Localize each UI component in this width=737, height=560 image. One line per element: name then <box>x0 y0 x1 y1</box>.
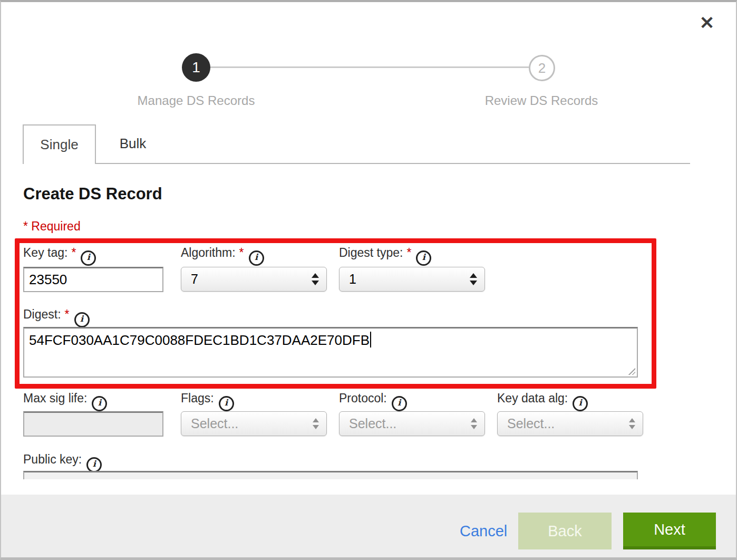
key-data-alg-label: Key data alg: <box>497 391 588 411</box>
step-2-label: Review DS Records <box>485 93 598 108</box>
cancel-link[interactable]: Cancel <box>460 523 507 540</box>
max-sig-life-label-text: Max sig life: <box>23 391 87 405</box>
required-note: * Required <box>23 219 81 234</box>
key-tag-label: Key tag:* <box>23 246 96 266</box>
tab-bulk[interactable]: Bulk <box>96 124 170 163</box>
info-icon[interactable] <box>81 250 96 266</box>
key-data-alg-select-value: Select... <box>507 416 629 431</box>
tab-single[interactable]: Single <box>23 124 96 164</box>
back-button[interactable]: Back <box>518 513 612 549</box>
select-arrows-icon <box>313 418 319 429</box>
max-sig-life-input[interactable] <box>23 411 163 437</box>
info-icon[interactable] <box>86 457 102 472</box>
resize-handle-icon[interactable] <box>627 367 635 375</box>
required-asterisk: * <box>65 307 70 321</box>
flags-select[interactable]: Select... <box>181 411 327 436</box>
algorithm-label-text: Algorithm: <box>181 246 236 259</box>
digest-value: 54FCF030AA1C79C0088FDEC1BD1C37DAA2E70DFB <box>29 332 370 348</box>
digest-type-label: Digest type:* <box>339 246 431 266</box>
public-key-label-text: Public key: <box>23 452 82 466</box>
create-ds-record-dialog: ✕ 1 2 Manage DS Records Review DS Record… <box>0 0 737 51</box>
key-tag-input[interactable]: 23550 <box>23 267 163 292</box>
info-icon[interactable] <box>416 250 431 266</box>
flags-label-text: Flags: <box>181 391 214 405</box>
stepper-connector <box>210 66 529 68</box>
key-tag-value: 23550 <box>29 272 67 288</box>
select-arrows-icon <box>470 273 477 285</box>
next-button[interactable]: Next <box>623 513 716 549</box>
required-asterisk: * <box>239 246 244 259</box>
key-tag-label-text: Key tag: <box>23 246 67 259</box>
info-icon[interactable] <box>92 396 107 411</box>
key-data-alg-label-text: Key data alg: <box>497 391 568 405</box>
algorithm-label: Algorithm:* <box>181 246 264 266</box>
step-1-label: Manage DS Records <box>138 93 255 108</box>
select-arrows-icon <box>629 418 635 429</box>
algorithm-select[interactable]: 7 <box>181 267 327 292</box>
protocol-select-value: Select... <box>349 416 471 431</box>
required-asterisk: * <box>71 246 76 259</box>
public-key-textarea[interactable] <box>23 471 638 479</box>
info-icon[interactable] <box>573 396 588 411</box>
select-arrows-icon <box>312 273 319 285</box>
flags-label: Flags: <box>181 391 234 411</box>
protocol-select[interactable]: Select... <box>339 411 485 436</box>
select-arrows-icon <box>471 418 477 429</box>
digest-textarea[interactable]: 54FCF030AA1C79C0088FDEC1BD1C37DAA2E70DFB <box>23 327 638 378</box>
protocol-label: Protocol: <box>339 391 407 411</box>
digest-label: Digest:* <box>23 307 90 327</box>
close-icon[interactable]: ✕ <box>695 11 719 35</box>
digest-label-text: Digest: <box>23 307 61 321</box>
info-icon[interactable] <box>219 396 234 411</box>
tab-bar-divider <box>95 163 690 164</box>
text-cursor <box>370 332 371 347</box>
digest-type-select-value: 1 <box>349 272 470 287</box>
flags-select-value: Select... <box>191 416 313 431</box>
digest-type-label-text: Digest type: <box>339 246 403 259</box>
page-title: Create DS Record <box>23 185 162 204</box>
max-sig-life-label: Max sig life: <box>23 391 107 411</box>
key-data-alg-select[interactable]: Select... <box>497 411 643 436</box>
protocol-label-text: Protocol: <box>339 391 387 405</box>
public-key-label: Public key: <box>23 452 102 472</box>
info-icon[interactable] <box>74 312 90 327</box>
info-icon[interactable] <box>392 396 407 411</box>
step-1-indicator: 1 <box>182 53 210 82</box>
info-icon[interactable] <box>249 250 264 266</box>
required-asterisk: * <box>406 246 411 259</box>
step-2-indicator: 2 <box>529 55 555 81</box>
algorithm-select-value: 7 <box>191 272 312 287</box>
digest-type-select[interactable]: 1 <box>339 267 485 292</box>
